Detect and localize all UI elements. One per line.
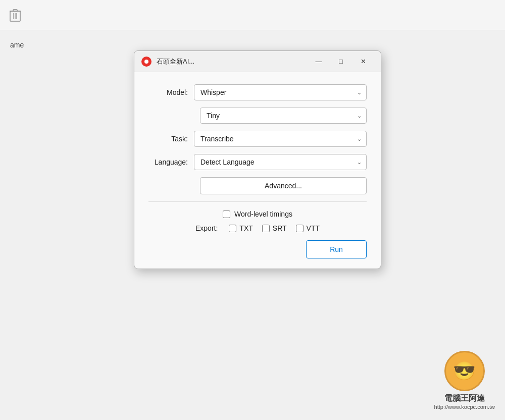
maximize-button[interactable]: □ — [330, 55, 351, 69]
model-sub-row: Tiny Base Small Medium Large ⌄ — [148, 108, 367, 124]
export-txt-checkbox[interactable] — [229, 225, 236, 232]
watermark-name: 電腦王阿達 — [444, 393, 485, 404]
model-row: Model: Whisper Other Model ⌄ — [148, 84, 367, 100]
minimize-button[interactable]: — — [308, 55, 329, 69]
advanced-btn-wrapper: Advanced... — [200, 177, 367, 194]
task-label: Task: — [148, 135, 194, 143]
background-toolbar — [0, 0, 505, 30]
title-bar: 石頭全新AI... — □ ✕ — [134, 51, 381, 72]
dialog-title: 石頭全新AI... — [157, 57, 308, 66]
watermark: 😎 電腦王阿達 http://www.kocpc.com.tw — [434, 351, 495, 410]
export-srt-checkbox[interactable] — [262, 225, 270, 232]
export-vtt-checkbox[interactable] — [296, 225, 304, 232]
advanced-row: Advanced... — [148, 177, 367, 194]
watermark-circle: 😎 — [444, 351, 485, 391]
trash-icon[interactable] — [8, 7, 22, 23]
watermark-inner: 😎 電腦王阿達 http://www.kocpc.com.tw — [434, 351, 495, 410]
export-vtt-label: VTT — [307, 224, 320, 232]
export-label: Export: — [195, 224, 218, 232]
background-name-label: ame — [10, 41, 24, 49]
export-srt-label: SRT — [273, 224, 287, 232]
export-vtt-item: VTT — [296, 224, 320, 232]
model-label: Model: — [148, 88, 194, 96]
export-txt-item: TXT — [229, 224, 252, 232]
export-row: Export: TXT SRT VTT — [195, 224, 320, 232]
watermark-url: http://www.kocpc.com.tw — [434, 404, 495, 410]
run-button[interactable]: Run — [306, 240, 367, 258]
divider — [148, 201, 367, 202]
export-srt-item: SRT — [262, 224, 287, 232]
task-select-wrapper: Transcribe Translate ⌄ — [194, 131, 367, 147]
run-row: Run — [148, 240, 367, 258]
model-select-wrapper: Whisper Other Model ⌄ — [194, 84, 367, 100]
model-sub-select[interactable]: Tiny Base Small Medium Large — [200, 108, 367, 124]
dialog-body: Model: Whisper Other Model ⌄ Tiny Base S… — [134, 72, 381, 269]
model-sub-select-wrapper: Tiny Base Small Medium Large ⌄ — [200, 108, 367, 124]
watermark-face-icon: 😎 — [453, 360, 476, 382]
dialog-window: 石頭全新AI... — □ ✕ Model: Whisper Other Mod… — [134, 50, 381, 269]
checkboxes-section: Word-level timings Export: TXT SRT VTT — [148, 210, 367, 232]
export-txt-label: TXT — [239, 224, 252, 232]
model-select[interactable]: Whisper Other Model — [194, 84, 367, 100]
window-controls: — □ ✕ — [308, 55, 374, 69]
language-select-wrapper: Detect Language English Chinese Japanese… — [194, 154, 367, 170]
language-row: Language: Detect Language English Chines… — [148, 154, 367, 170]
language-label: Language: — [148, 158, 194, 166]
task-row: Task: Transcribe Translate ⌄ — [148, 131, 367, 147]
close-button[interactable]: ✕ — [352, 55, 374, 69]
task-select[interactable]: Transcribe Translate — [194, 131, 367, 147]
word-timing-row: Word-level timings — [223, 210, 292, 218]
word-timing-label: Word-level timings — [234, 210, 292, 218]
app-icon — [141, 57, 152, 67]
language-select[interactable]: Detect Language English Chinese Japanese — [194, 154, 367, 170]
word-timing-checkbox[interactable] — [223, 211, 230, 218]
advanced-button[interactable]: Advanced... — [200, 177, 367, 194]
